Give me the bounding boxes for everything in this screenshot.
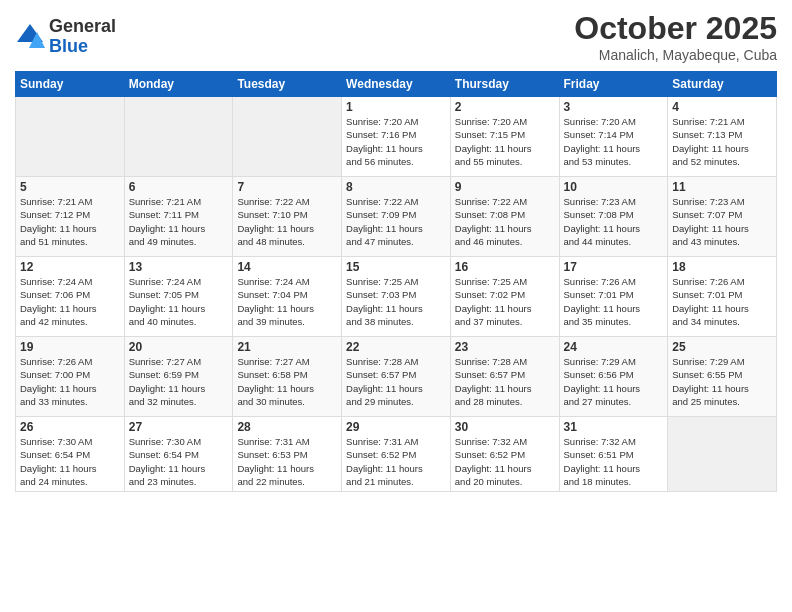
calendar-cell: 20Sunrise: 7:27 AM Sunset: 6:59 PM Dayli… (124, 337, 233, 417)
calendar-cell: 23Sunrise: 7:28 AM Sunset: 6:57 PM Dayli… (450, 337, 559, 417)
day-number: 22 (346, 340, 446, 354)
calendar-cell: 4Sunrise: 7:21 AM Sunset: 7:13 PM Daylig… (668, 97, 777, 177)
day-number: 4 (672, 100, 772, 114)
weekday-header: Thursday (450, 72, 559, 97)
day-info: Sunrise: 7:26 AM Sunset: 7:01 PM Dayligh… (564, 275, 664, 328)
calendar-cell: 26Sunrise: 7:30 AM Sunset: 6:54 PM Dayli… (16, 417, 125, 492)
day-number: 9 (455, 180, 555, 194)
day-number: 15 (346, 260, 446, 274)
calendar-cell: 1Sunrise: 7:20 AM Sunset: 7:16 PM Daylig… (342, 97, 451, 177)
day-number: 29 (346, 420, 446, 434)
day-number: 16 (455, 260, 555, 274)
logo: General Blue (15, 17, 116, 57)
day-number: 19 (20, 340, 120, 354)
logo-general: General (49, 17, 116, 37)
logo-blue: Blue (49, 37, 116, 57)
calendar-week-row: 12Sunrise: 7:24 AM Sunset: 7:06 PM Dayli… (16, 257, 777, 337)
calendar-week-row: 19Sunrise: 7:26 AM Sunset: 7:00 PM Dayli… (16, 337, 777, 417)
calendar-cell: 12Sunrise: 7:24 AM Sunset: 7:06 PM Dayli… (16, 257, 125, 337)
day-info: Sunrise: 7:26 AM Sunset: 7:01 PM Dayligh… (672, 275, 772, 328)
location-title: Manalich, Mayabeque, Cuba (574, 47, 777, 63)
day-info: Sunrise: 7:21 AM Sunset: 7:13 PM Dayligh… (672, 115, 772, 168)
day-info: Sunrise: 7:22 AM Sunset: 7:08 PM Dayligh… (455, 195, 555, 248)
day-number: 13 (129, 260, 229, 274)
logo-icon (15, 22, 45, 52)
calendar-cell: 8Sunrise: 7:22 AM Sunset: 7:09 PM Daylig… (342, 177, 451, 257)
day-info: Sunrise: 7:20 AM Sunset: 7:15 PM Dayligh… (455, 115, 555, 168)
calendar-cell: 11Sunrise: 7:23 AM Sunset: 7:07 PM Dayli… (668, 177, 777, 257)
calendar-week-row: 1Sunrise: 7:20 AM Sunset: 7:16 PM Daylig… (16, 97, 777, 177)
calendar-cell: 15Sunrise: 7:25 AM Sunset: 7:03 PM Dayli… (342, 257, 451, 337)
calendar-cell: 7Sunrise: 7:22 AM Sunset: 7:10 PM Daylig… (233, 177, 342, 257)
day-number: 17 (564, 260, 664, 274)
page: General Blue October 2025 Manalich, Maya… (0, 0, 792, 612)
calendar-cell (16, 97, 125, 177)
calendar-cell: 6Sunrise: 7:21 AM Sunset: 7:11 PM Daylig… (124, 177, 233, 257)
day-info: Sunrise: 7:28 AM Sunset: 6:57 PM Dayligh… (346, 355, 446, 408)
logo-text: General Blue (49, 17, 116, 57)
day-info: Sunrise: 7:24 AM Sunset: 7:04 PM Dayligh… (237, 275, 337, 328)
day-number: 14 (237, 260, 337, 274)
calendar-cell: 3Sunrise: 7:20 AM Sunset: 7:14 PM Daylig… (559, 97, 668, 177)
day-number: 3 (564, 100, 664, 114)
title-block: October 2025 Manalich, Mayabeque, Cuba (574, 10, 777, 63)
day-info: Sunrise: 7:30 AM Sunset: 6:54 PM Dayligh… (20, 435, 120, 488)
month-title: October 2025 (574, 10, 777, 47)
calendar-cell: 17Sunrise: 7:26 AM Sunset: 7:01 PM Dayli… (559, 257, 668, 337)
weekday-header-row: SundayMondayTuesdayWednesdayThursdayFrid… (16, 72, 777, 97)
day-info: Sunrise: 7:30 AM Sunset: 6:54 PM Dayligh… (129, 435, 229, 488)
calendar-cell: 16Sunrise: 7:25 AM Sunset: 7:02 PM Dayli… (450, 257, 559, 337)
day-info: Sunrise: 7:27 AM Sunset: 6:59 PM Dayligh… (129, 355, 229, 408)
day-info: Sunrise: 7:21 AM Sunset: 7:12 PM Dayligh… (20, 195, 120, 248)
calendar-week-row: 5Sunrise: 7:21 AM Sunset: 7:12 PM Daylig… (16, 177, 777, 257)
day-number: 20 (129, 340, 229, 354)
day-info: Sunrise: 7:20 AM Sunset: 7:14 PM Dayligh… (564, 115, 664, 168)
weekday-header: Wednesday (342, 72, 451, 97)
day-number: 23 (455, 340, 555, 354)
day-info: Sunrise: 7:25 AM Sunset: 7:03 PM Dayligh… (346, 275, 446, 328)
calendar-cell: 2Sunrise: 7:20 AM Sunset: 7:15 PM Daylig… (450, 97, 559, 177)
day-number: 25 (672, 340, 772, 354)
calendar-cell: 13Sunrise: 7:24 AM Sunset: 7:05 PM Dayli… (124, 257, 233, 337)
calendar-cell: 21Sunrise: 7:27 AM Sunset: 6:58 PM Dayli… (233, 337, 342, 417)
calendar-cell (233, 97, 342, 177)
day-number: 28 (237, 420, 337, 434)
calendar-cell: 30Sunrise: 7:32 AM Sunset: 6:52 PM Dayli… (450, 417, 559, 492)
weekday-header: Monday (124, 72, 233, 97)
day-info: Sunrise: 7:20 AM Sunset: 7:16 PM Dayligh… (346, 115, 446, 168)
day-number: 24 (564, 340, 664, 354)
day-info: Sunrise: 7:27 AM Sunset: 6:58 PM Dayligh… (237, 355, 337, 408)
day-number: 6 (129, 180, 229, 194)
calendar-cell: 25Sunrise: 7:29 AM Sunset: 6:55 PM Dayli… (668, 337, 777, 417)
day-number: 8 (346, 180, 446, 194)
day-info: Sunrise: 7:29 AM Sunset: 6:55 PM Dayligh… (672, 355, 772, 408)
day-number: 26 (20, 420, 120, 434)
calendar-cell: 9Sunrise: 7:22 AM Sunset: 7:08 PM Daylig… (450, 177, 559, 257)
day-number: 30 (455, 420, 555, 434)
day-info: Sunrise: 7:23 AM Sunset: 7:07 PM Dayligh… (672, 195, 772, 248)
day-number: 2 (455, 100, 555, 114)
day-number: 1 (346, 100, 446, 114)
day-info: Sunrise: 7:24 AM Sunset: 7:05 PM Dayligh… (129, 275, 229, 328)
calendar-cell: 24Sunrise: 7:29 AM Sunset: 6:56 PM Dayli… (559, 337, 668, 417)
weekday-header: Tuesday (233, 72, 342, 97)
weekday-header: Saturday (668, 72, 777, 97)
day-number: 5 (20, 180, 120, 194)
day-info: Sunrise: 7:29 AM Sunset: 6:56 PM Dayligh… (564, 355, 664, 408)
calendar-cell: 28Sunrise: 7:31 AM Sunset: 6:53 PM Dayli… (233, 417, 342, 492)
day-info: Sunrise: 7:32 AM Sunset: 6:51 PM Dayligh… (564, 435, 664, 488)
day-number: 31 (564, 420, 664, 434)
day-number: 27 (129, 420, 229, 434)
day-number: 7 (237, 180, 337, 194)
day-number: 21 (237, 340, 337, 354)
day-info: Sunrise: 7:21 AM Sunset: 7:11 PM Dayligh… (129, 195, 229, 248)
day-info: Sunrise: 7:23 AM Sunset: 7:08 PM Dayligh… (564, 195, 664, 248)
day-number: 12 (20, 260, 120, 274)
day-info: Sunrise: 7:28 AM Sunset: 6:57 PM Dayligh… (455, 355, 555, 408)
weekday-header: Sunday (16, 72, 125, 97)
calendar-cell: 29Sunrise: 7:31 AM Sunset: 6:52 PM Dayli… (342, 417, 451, 492)
calendar-week-row: 26Sunrise: 7:30 AM Sunset: 6:54 PM Dayli… (16, 417, 777, 492)
day-number: 11 (672, 180, 772, 194)
day-info: Sunrise: 7:31 AM Sunset: 6:53 PM Dayligh… (237, 435, 337, 488)
weekday-header: Friday (559, 72, 668, 97)
